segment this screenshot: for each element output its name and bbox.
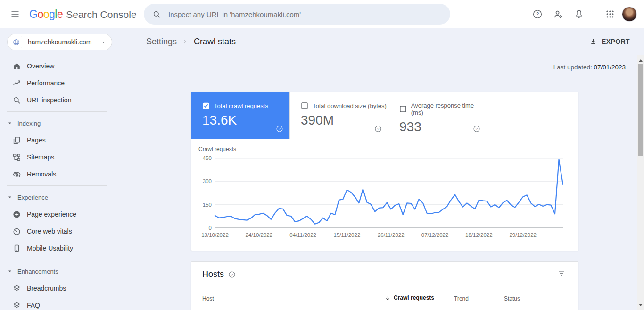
search-icon — [152, 10, 161, 19]
scrollbar-up-arrow[interactable] — [637, 57, 644, 64]
svg-text:?: ? — [536, 11, 539, 17]
svg-text:?: ? — [231, 272, 233, 276]
help-icon[interactable]: ? — [473, 125, 480, 134]
scrollbar-down-arrow[interactable] — [637, 302, 644, 308]
tab-total-download-size[interactable]: Total download size (bytes) 390M ? — [290, 92, 388, 139]
sidebar-nav: Overview Performance URL inspection In — [0, 58, 141, 310]
sidebar-section-experience[interactable]: Experience — [0, 189, 141, 206]
column-crawl-requests[interactable]: Crawl requests — [385, 294, 434, 301]
tab-label: Average response time (ms) — [411, 102, 487, 116]
sidebar-item-removals[interactable]: Removals — [0, 166, 141, 183]
tabs-filler — [487, 92, 578, 139]
metric-tabs: Total crawl requests 13.6K ? Total downl… — [191, 92, 578, 139]
tab-average-response-time[interactable]: Average response time (ms) 933 ? — [388, 92, 487, 139]
sidebar-item-sitemaps[interactable]: Sitemaps — [0, 149, 141, 166]
sidebar-item-core-web-vitals[interactable]: Core web vitals — [0, 223, 141, 240]
checkbox-unchecked-icon[interactable] — [399, 105, 407, 113]
sidebar-divider — [7, 111, 107, 112]
trending-up-icon — [12, 78, 21, 88]
main-content: Settings Crawl stats EXPORT Last updated… — [141, 28, 637, 310]
sidebar-item-label: Performance — [27, 79, 65, 87]
url-inspect-searchbar[interactable] — [144, 4, 450, 25]
sidebar-divider — [7, 260, 107, 260]
notifications-bell-icon[interactable] — [573, 8, 585, 20]
svg-text:07/12/2022: 07/12/2022 — [421, 232, 449, 238]
sidebar-item-label: Pages — [27, 136, 46, 144]
crawl-stats-card: Total crawl requests 13.6K ? Total downl… — [191, 92, 578, 251]
tab-total-crawl-requests[interactable]: Total crawl requests 13.6K ? — [191, 92, 290, 139]
scrollbar[interactable] — [637, 55, 644, 310]
svg-text:?: ? — [279, 127, 281, 131]
page-title: Crawl stats — [194, 37, 236, 47]
caret-down-icon — [8, 195, 12, 200]
sidebar-section-enhancements[interactable]: Enhancements — [0, 263, 141, 280]
sort-down-icon — [385, 295, 391, 301]
checkbox-unchecked-icon[interactable] — [301, 102, 308, 109]
svg-text:450: 450 — [203, 155, 212, 161]
sidebar-item-url-inspection[interactable]: URL inspection — [0, 92, 141, 109]
column-status: Status — [504, 295, 520, 302]
sidebar-item-overview[interactable]: Overview — [0, 58, 141, 75]
hamburger-menu-icon[interactable] — [9, 8, 21, 20]
sidebar-item-breadcrumbs[interactable]: Breadcrumbs — [0, 280, 141, 297]
column-trend: Trend — [454, 295, 469, 302]
google-apps-grid-icon[interactable] — [604, 8, 616, 20]
checkbox-checked-icon[interactable] — [202, 102, 210, 109]
svg-text:15/11/2022: 15/11/2022 — [334, 232, 361, 238]
breadcrumb-settings-link[interactable]: Settings — [146, 37, 177, 47]
svg-text:04/11/2022: 04/11/2022 — [289, 232, 316, 238]
filter-icon[interactable] — [557, 269, 566, 280]
crawl-requests-chart: Crawl requests 015030045013/10/202224/10… — [191, 139, 578, 243]
home-icon — [12, 61, 21, 71]
magnifier-icon — [12, 95, 21, 105]
sidebar-item-page-experience[interactable]: Page experience — [0, 206, 141, 223]
search-input[interactable] — [167, 10, 431, 19]
last-updated: Last updated: 07/01/2023 — [141, 64, 626, 71]
sidebar-item-label: Overview — [27, 62, 54, 70]
sidebar-item-label: Sitemaps — [27, 153, 54, 161]
svg-text:18/12/2022: 18/12/2022 — [465, 232, 493, 238]
layers-icon — [12, 284, 21, 293]
layers-icon — [12, 301, 21, 310]
breadcrumb: Settings Crawl stats EXPORT — [141, 28, 637, 55]
sidebar-section-indexing[interactable]: Indexing — [0, 115, 141, 132]
svg-text:?: ? — [377, 127, 380, 131]
crawl-chart-svg: 015030045013/10/202224/10/202204/11/2022… — [198, 152, 571, 243]
sitemap-tree-icon — [12, 152, 21, 162]
search-console-app: Google Search Console ? — [0, 0, 644, 310]
svg-text:150: 150 — [203, 202, 212, 208]
svg-text:13/10/2022: 13/10/2022 — [201, 232, 229, 238]
user-settings-icon[interactable] — [553, 8, 564, 20]
help-icon[interactable]: ? — [374, 125, 382, 134]
download-icon — [589, 38, 597, 46]
sidebar-item-label: Page experience — [27, 210, 76, 218]
caret-down-icon — [8, 121, 12, 126]
speedometer-icon — [12, 226, 21, 236]
sidebar-item-faq[interactable]: FAQ — [0, 297, 141, 310]
page-experience-icon — [12, 209, 21, 219]
property-selector[interactable]: hamzehkoumakli.com — [7, 34, 112, 50]
sidebar-item-mobile-usability[interactable]: Mobile Usability — [0, 240, 141, 257]
scrollbar-thumb[interactable] — [638, 64, 643, 156]
hosts-table-header: Host Crawl requests Trend Status — [191, 294, 578, 304]
sidebar-item-label: Core web vitals — [27, 227, 72, 235]
sidebar-item-label: Breadcrumbs — [27, 285, 66, 292]
account-avatar[interactable] — [622, 7, 637, 22]
mobile-phone-icon — [12, 243, 21, 253]
svg-text:26/11/2022: 26/11/2022 — [378, 232, 405, 238]
chart-title: Crawl requests — [198, 146, 571, 152]
app-logo[interactable]: Google Search Console — [29, 8, 137, 21]
globe-icon — [10, 36, 22, 48]
help-icon[interactable]: ? — [532, 8, 543, 20]
last-updated-date: 07/01/2023 — [594, 64, 626, 71]
svg-text:?: ? — [476, 127, 478, 131]
help-icon[interactable]: ? — [228, 271, 236, 278]
sidebar-section-label: Indexing — [17, 120, 41, 127]
sidebar-item-pages[interactable]: Pages — [0, 132, 141, 149]
chevron-down-icon — [101, 40, 106, 45]
caret-down-icon — [8, 269, 12, 274]
sidebar-item-performance[interactable]: Performance — [0, 75, 141, 92]
export-button[interactable]: EXPORT — [589, 38, 630, 46]
help-icon[interactable]: ? — [276, 125, 283, 134]
sidebar-section-label: Experience — [17, 194, 48, 201]
